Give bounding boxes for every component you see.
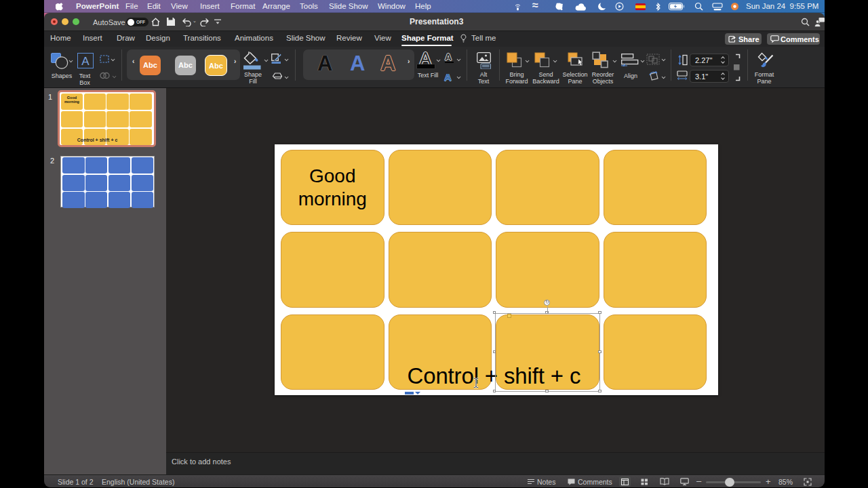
svg-text:A: A	[81, 55, 90, 68]
